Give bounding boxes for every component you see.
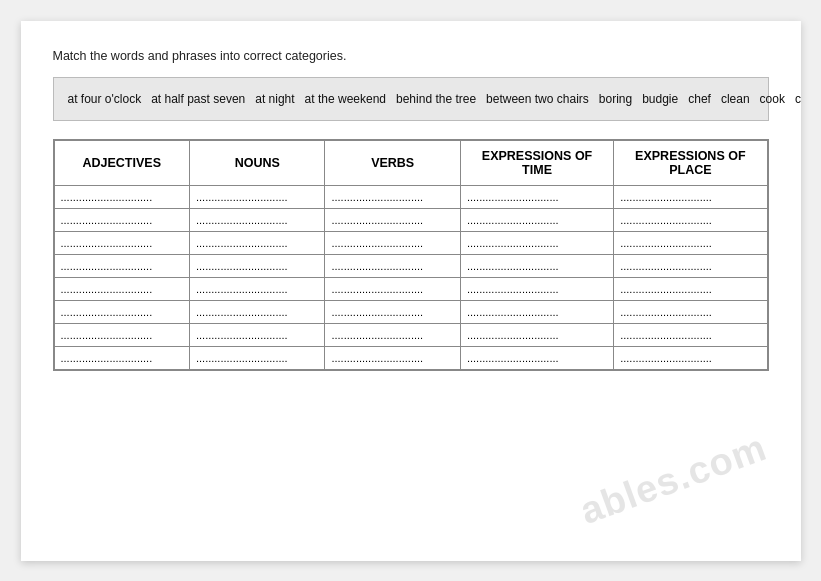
- answer-line[interactable]: ..............................: [461, 301, 613, 323]
- answer-line[interactable]: ..............................: [55, 232, 189, 254]
- word-item: at half past seven: [151, 92, 245, 106]
- answer-line[interactable]: ..............................: [614, 347, 766, 369]
- answer-line[interactable]: ..............................: [614, 255, 766, 277]
- answer-line[interactable]: ..............................: [461, 278, 613, 300]
- answer-line[interactable]: ..............................: [55, 186, 189, 208]
- worksheet: Match the words and phrases into correct…: [21, 21, 801, 561]
- word-item: cook: [760, 92, 785, 106]
- table-row: ........................................…: [54, 323, 767, 346]
- answer-line[interactable]: ..............................: [190, 255, 324, 277]
- word-bank: at four o'clockat half past sevenat nigh…: [53, 77, 769, 121]
- answer-line[interactable]: ..............................: [614, 324, 766, 346]
- instruction-text: Match the words and phrases into correct…: [53, 49, 769, 63]
- answer-line[interactable]: ..............................: [461, 232, 613, 254]
- answer-line[interactable]: ..............................: [461, 324, 613, 346]
- answer-line[interactable]: ..............................: [325, 232, 459, 254]
- table-row: ........................................…: [54, 185, 767, 208]
- answer-line[interactable]: ..............................: [461, 209, 613, 231]
- answer-line[interactable]: ..............................: [614, 301, 766, 323]
- answer-line[interactable]: ..............................: [325, 255, 459, 277]
- answer-line[interactable]: ..............................: [325, 186, 459, 208]
- table-row: ........................................…: [54, 254, 767, 277]
- answer-line[interactable]: ..............................: [190, 232, 324, 254]
- table-row: ........................................…: [54, 231, 767, 254]
- answer-line[interactable]: ..............................: [190, 278, 324, 300]
- answer-line[interactable]: ..............................: [190, 347, 324, 369]
- word-item: at night: [255, 92, 294, 106]
- answer-line[interactable]: ..............................: [55, 255, 189, 277]
- answer-line[interactable]: ..............................: [55, 301, 189, 323]
- answer-line[interactable]: ..............................: [461, 347, 613, 369]
- word-item: at four o'clock: [68, 92, 142, 106]
- answer-line[interactable]: ..............................: [325, 209, 459, 231]
- answer-line[interactable]: ..............................: [55, 347, 189, 369]
- word-item: chef: [688, 92, 711, 106]
- table-row: ........................................…: [54, 300, 767, 323]
- answer-line[interactable]: ..............................: [614, 209, 766, 231]
- answer-line[interactable]: ..............................: [55, 278, 189, 300]
- answer-line[interactable]: ..............................: [325, 347, 459, 369]
- table-row: ........................................…: [54, 277, 767, 300]
- word-item: at the weekend: [305, 92, 386, 106]
- answer-line[interactable]: ..............................: [190, 209, 324, 231]
- header-verbs: VERBS: [325, 140, 460, 185]
- watermark-text: ables.com: [574, 425, 772, 532]
- answer-line[interactable]: ..............................: [190, 301, 324, 323]
- answer-line[interactable]: ..............................: [325, 278, 459, 300]
- word-item: behind the tree: [396, 92, 476, 106]
- word-item: between two chairs: [486, 92, 589, 106]
- answer-line[interactable]: ..............................: [190, 324, 324, 346]
- table-row: ........................................…: [54, 208, 767, 231]
- answer-line[interactable]: ..............................: [55, 209, 189, 231]
- answer-line[interactable]: ..............................: [190, 186, 324, 208]
- header-time: EXPRESSIONS OF TIME: [460, 140, 613, 185]
- answer-line[interactable]: ..............................: [461, 255, 613, 277]
- answer-line[interactable]: ..............................: [325, 324, 459, 346]
- answer-line[interactable]: ..............................: [461, 186, 613, 208]
- word-item: budgie: [642, 92, 678, 106]
- answer-line[interactable]: ..............................: [614, 186, 766, 208]
- header-nouns: NOUNS: [189, 140, 324, 185]
- answer-line[interactable]: ..............................: [614, 278, 766, 300]
- table-row: ........................................…: [54, 346, 767, 369]
- word-item: curtains: [795, 92, 801, 106]
- word-item: clean: [721, 92, 750, 106]
- answer-line[interactable]: ..............................: [325, 301, 459, 323]
- answer-line[interactable]: ..............................: [55, 324, 189, 346]
- word-item: boring: [599, 92, 632, 106]
- category-table: ADJECTIVES NOUNS VERBS EXPRESSIONS OF TI…: [53, 139, 769, 371]
- header-place: EXPRESSIONS OF PLACE: [614, 140, 767, 185]
- answer-line[interactable]: ..............................: [614, 232, 766, 254]
- header-adjectives: ADJECTIVES: [54, 140, 189, 185]
